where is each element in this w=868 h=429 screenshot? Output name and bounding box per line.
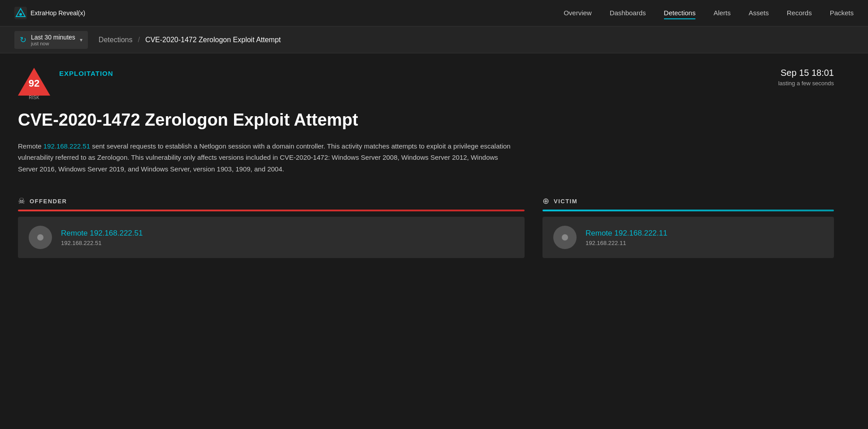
time-range-selector[interactable]: ↻ Last 30 minutes just now ▾ bbox=[14, 31, 88, 49]
victim-header: ⊕ VICTIM bbox=[542, 196, 834, 206]
offender-device-name[interactable]: Remote 192.168.222.51 bbox=[61, 229, 143, 238]
breadcrumb: Detections / CVE-2020-1472 Zerologon Exp… bbox=[99, 36, 281, 44]
offender-header: ☠ OFFENDER bbox=[18, 196, 525, 206]
detection-title: CVE-2020-1472 Zerologon Exploit Attempt bbox=[18, 111, 834, 130]
timestamp-sub: lasting a few seconds bbox=[778, 80, 834, 87]
logo[interactable]: ExtraHop Reveal(x) bbox=[14, 7, 85, 19]
victim-device-icon bbox=[553, 226, 577, 249]
nav-item-detections[interactable]: Detections bbox=[664, 9, 696, 17]
skull-icon: ☠ bbox=[18, 196, 25, 206]
detection-category-wrapper: EXPLOITATION bbox=[59, 68, 113, 79]
description-prefix: Remote bbox=[18, 142, 43, 150]
time-range-label: Last 30 minutes bbox=[31, 34, 75, 41]
victim-bar bbox=[542, 210, 834, 211]
nav-item-dashboards[interactable]: Dashboards bbox=[610, 9, 646, 17]
victim-card: Remote 192.168.222.11 192.168.222.11 bbox=[542, 217, 834, 258]
nav-item-packets[interactable]: Packets bbox=[830, 9, 854, 17]
detection-timestamp: Sep 15 18:01 lasting a few seconds bbox=[778, 68, 834, 87]
offender-device-icon bbox=[29, 226, 52, 249]
chevron-down-icon: ▾ bbox=[80, 37, 82, 43]
nav-item-overview[interactable]: Overview bbox=[564, 9, 592, 17]
refresh-icon: ↻ bbox=[20, 35, 26, 45]
nav-links: Overview Dashboards Detections Alerts As… bbox=[564, 9, 854, 17]
offender-device-ip: 192.168.222.51 bbox=[61, 240, 143, 246]
svg-point-2 bbox=[19, 13, 22, 16]
detection-header: 92 RISK EXPLOITATION Sep 15 18:01 lastin… bbox=[18, 68, 834, 100]
offender-section: ☠ OFFENDER Remote 192.168.222.51 192.168… bbox=[18, 196, 525, 258]
victim-label: VICTIM bbox=[554, 198, 577, 205]
description-body: sent several requests to establish a Net… bbox=[18, 142, 511, 173]
detection-left: 92 RISK EXPLOITATION bbox=[18, 68, 113, 100]
nav-item-records[interactable]: Records bbox=[787, 9, 812, 17]
breadcrumb-separator: / bbox=[138, 36, 139, 44]
breadcrumb-current: CVE-2020-1472 Zerologon Exploit Attempt bbox=[145, 36, 281, 44]
timestamp-main: Sep 15 18:01 bbox=[778, 68, 834, 78]
offender-label: OFFENDER bbox=[30, 198, 67, 205]
risk-badge: 92 RISK bbox=[18, 68, 50, 100]
logo-text: ExtraHop Reveal(x) bbox=[30, 9, 85, 17]
time-since-label: just now bbox=[31, 41, 75, 46]
offender-bar bbox=[18, 210, 525, 211]
offender-device-dot bbox=[37, 234, 43, 241]
target-icon: ⊕ bbox=[542, 196, 549, 206]
description-ip[interactable]: 192.168.222.51 bbox=[43, 142, 90, 150]
victim-device-ip: 192.168.222.11 bbox=[586, 240, 667, 246]
participants: ☠ OFFENDER Remote 192.168.222.51 192.168… bbox=[18, 196, 834, 258]
detection-description: Remote 192.168.222.51 sent several reque… bbox=[18, 140, 511, 175]
risk-score: 92 bbox=[29, 78, 39, 89]
victim-device-dot bbox=[562, 234, 568, 241]
risk-label: RISK bbox=[29, 95, 39, 100]
main-content: 92 RISK EXPLOITATION Sep 15 18:01 lastin… bbox=[0, 53, 852, 272]
detection-category: EXPLOITATION bbox=[59, 70, 113, 77]
subheader: ↻ Last 30 minutes just now ▾ Detections … bbox=[0, 26, 868, 53]
nav-item-alerts[interactable]: Alerts bbox=[713, 9, 730, 17]
breadcrumb-parent[interactable]: Detections bbox=[99, 36, 133, 44]
victim-device-info: Remote 192.168.222.11 192.168.222.11 bbox=[586, 229, 667, 246]
offender-card: Remote 192.168.222.51 192.168.222.51 bbox=[18, 217, 525, 258]
nav-item-assets[interactable]: Assets bbox=[749, 9, 769, 17]
victim-section: ⊕ VICTIM Remote 192.168.222.11 192.168.2… bbox=[542, 196, 834, 258]
offender-device-info: Remote 192.168.222.51 192.168.222.51 bbox=[61, 229, 143, 246]
extrahop-logo-icon bbox=[14, 7, 27, 19]
top-navigation: ExtraHop Reveal(x) Overview Dashboards D… bbox=[0, 0, 868, 26]
victim-device-name[interactable]: Remote 192.168.222.11 bbox=[586, 229, 667, 238]
